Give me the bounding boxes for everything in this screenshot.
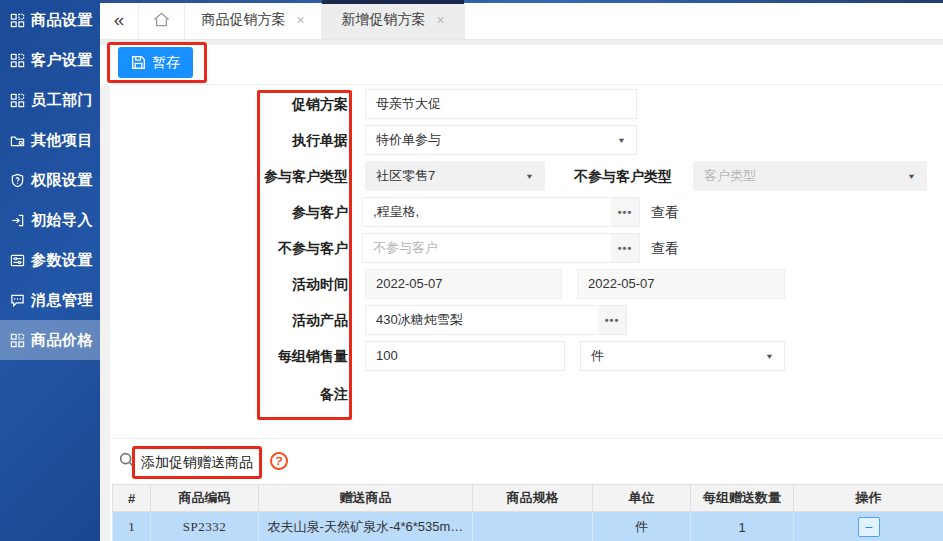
close-icon[interactable]: × <box>296 13 304 27</box>
sidebar-item-label: 客户设置 <box>31 51 93 70</box>
table-header-row: # 商品编码 赠送商品 商品规格 单位 每组赠送数量 操作 <box>113 485 943 512</box>
sidebar-item-label: 其他项目 <box>31 131 93 150</box>
chevron-down-icon: ▼ <box>907 164 916 188</box>
start-date-input[interactable]: 2022-05-07 <box>365 269 562 299</box>
top-accent-bar <box>100 0 943 3</box>
content-area: 促销方案 母亲节大促 执行单据 特价单参与 ▼ 参与客户类型 社区零售7 ▼ 不… <box>100 86 943 541</box>
excluded-customers-input[interactable]: 不参与客户 ••• <box>362 233 640 263</box>
message-icon <box>10 293 25 308</box>
sidebar-item-message-management[interactable]: 消息管理 <box>0 280 100 320</box>
field-label-activity-product: 活动产品 <box>168 305 348 335</box>
promo-name-input[interactable]: 母亲节大促 <box>365 89 637 119</box>
cell-product-spec <box>473 512 593 541</box>
customer-type-value: 社区零售7 <box>376 162 435 190</box>
excluded-customer-type-placeholder: 客户类型 <box>704 162 756 190</box>
col-header-gift-product: 赠送商品 <box>259 485 473 512</box>
excluded-customers-placeholder: 不参与客户 <box>363 234 611 262</box>
remark-input[interactable] <box>365 379 785 419</box>
end-date-input[interactable]: 2022-05-07 <box>577 269 785 299</box>
field-label-exec-doc: 执行单据 <box>168 125 348 155</box>
col-header-operation: 操作 <box>794 485 943 512</box>
sidebar-item-product-settings[interactable]: 商品设置 <box>0 0 100 40</box>
view-excluded-customers-link[interactable]: 查看 <box>651 233 679 263</box>
field-label-group-sales-qty: 每组销售量 <box>168 341 348 371</box>
unit-select[interactable]: 件 ▼ <box>580 341 785 371</box>
save-draft-button[interactable]: 暂存 <box>118 47 193 78</box>
chevron-down-icon: ▼ <box>525 164 534 188</box>
sidebar-item-label: 消息管理 <box>31 291 93 310</box>
sidebar-item-label: 商品价格 <box>31 331 93 350</box>
cell-operation: − <box>794 512 943 541</box>
tab-label: 商品促销方案 <box>201 11 285 29</box>
minus-icon: − <box>864 520 872 534</box>
cell-product-code: SP2332 <box>151 512 259 541</box>
col-header-product-code: 商品编码 <box>151 485 259 512</box>
exec-doc-value: 特价单参与 <box>376 126 441 154</box>
toolbar-top-strip <box>100 40 943 45</box>
sidebar-item-label: 初始导入 <box>31 211 93 230</box>
col-header-product-spec: 商品规格 <box>473 485 593 512</box>
folder-gear-icon <box>10 133 25 148</box>
tab-product-promotion-plan[interactable]: 商品促销方案 × <box>185 0 322 39</box>
collapse-sidebar-button[interactable]: « <box>100 0 138 39</box>
chevron-down-icon: ▼ <box>617 128 626 152</box>
sidebar-item-label: 员工部门 <box>31 91 93 110</box>
double-chevron-left-icon: « <box>114 9 125 31</box>
more-ellipsis-button[interactable]: ••• <box>611 198 639 226</box>
import-icon <box>10 213 25 228</box>
field-label-activity-time: 活动时间 <box>168 269 348 299</box>
main-area: « 商品促销方案 × 新增促销方案 × 暂存 <box>100 0 943 541</box>
field-label-joined-customers: 参与客户 <box>168 197 348 227</box>
sidebar-item-other-projects[interactable]: 其他项目 <box>0 120 100 160</box>
tab-new-promotion-plan[interactable]: 新增促销方案 × <box>322 0 465 39</box>
grid-icon <box>10 53 25 68</box>
field-label-remark: 备注 <box>168 379 348 409</box>
more-ellipsis-button[interactable]: ••• <box>611 234 639 262</box>
home-icon <box>152 11 171 28</box>
close-icon[interactable]: × <box>436 13 444 27</box>
save-floppy-icon <box>131 55 146 70</box>
shield-question-icon <box>10 173 25 188</box>
sidebar-item-customer-settings[interactable]: 客户设置 <box>0 40 100 80</box>
unit-value: 件 <box>591 342 604 370</box>
cell-unit: 件 <box>593 512 691 541</box>
annotation-box-gift-title: 添加促销赠送商品 <box>132 446 262 479</box>
sidebar: 商品设置 客户设置 员工部门 其他项目 权限设置 初始导入 参数设置 消息管理 <box>0 0 100 541</box>
cell-index: 1 <box>113 512 151 541</box>
activity-product-value: 430冰糖炖雪梨 <box>366 306 598 334</box>
cell-gift-product: 农夫山泉-天然矿泉水-4*6*535m… <box>259 512 473 541</box>
sidebar-item-product-price[interactable]: 商品价格 <box>0 320 100 360</box>
sidebar-item-label: 权限设置 <box>31 171 93 190</box>
params-icon <box>10 253 25 268</box>
joined-customers-input[interactable]: ,程皇格, ••• <box>362 197 640 227</box>
field-label-excluded-customers: 不参与客户 <box>168 233 348 263</box>
remove-row-button[interactable]: − <box>858 517 880 537</box>
col-header-gift-qty-per-group: 每组赠送数量 <box>691 485 794 512</box>
table-row[interactable]: 1 SP2332 农夫山泉-天然矿泉水-4*6*535m… 件 1 − <box>113 512 943 541</box>
sidebar-item-initial-import[interactable]: 初始导入 <box>0 200 100 240</box>
grid-icon <box>10 333 25 348</box>
sidebar-item-parameter-settings[interactable]: 参数设置 <box>0 240 100 280</box>
excluded-customer-type-select[interactable]: 客户类型 ▼ <box>693 161 927 191</box>
action-toolbar: 暂存 <box>100 40 943 85</box>
help-icon[interactable]: ? <box>269 451 289 471</box>
exec-doc-select[interactable]: 特价单参与 ▼ <box>365 125 637 155</box>
group-sales-qty-input[interactable]: 100 <box>365 341 565 371</box>
cell-gift-qty: 1 <box>691 512 794 541</box>
sidebar-item-permission-settings[interactable]: 权限设置 <box>0 160 100 200</box>
sidebar-item-label: 参数设置 <box>31 251 93 270</box>
tab-bar: « 商品促销方案 × 新增促销方案 × <box>100 0 943 40</box>
sidebar-item-staff-departments[interactable]: 员工部门 <box>0 80 100 120</box>
activity-product-input[interactable]: 430冰糖炖雪梨 ••• <box>365 305 627 335</box>
field-label-customer-type: 参与客户类型 <box>168 161 348 191</box>
promotion-editor-window: 商品设置 客户设置 员工部门 其他项目 权限设置 初始导入 参数设置 消息管理 <box>0 0 943 541</box>
col-header-unit: 单位 <box>593 485 691 512</box>
customer-type-select[interactable]: 社区零售7 ▼ <box>365 161 545 191</box>
grid-icon <box>10 13 25 28</box>
home-tab-button[interactable] <box>138 0 185 39</box>
chevron-down-icon: ▼ <box>765 344 774 368</box>
save-button-label: 暂存 <box>152 54 180 72</box>
view-joined-customers-link[interactable]: 查看 <box>651 197 679 227</box>
field-label-excluded-customer-type: 不参与客户类型 <box>572 161 672 191</box>
more-ellipsis-button[interactable]: ••• <box>598 306 626 334</box>
